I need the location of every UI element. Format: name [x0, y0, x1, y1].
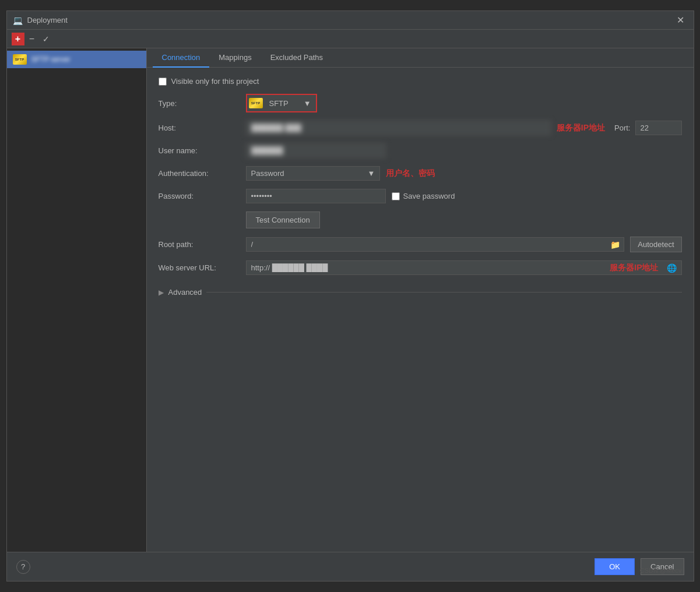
window-title: Deployment: [27, 16, 68, 24]
close-button[interactable]: ✕: [673, 13, 688, 27]
save-password-checkbox[interactable]: [392, 192, 400, 200]
watermark: CSDN @Mecv: [640, 567, 682, 574]
host-row: Host: 服务器IP地址 Port:: [159, 121, 682, 135]
root-path-label: Root path:: [159, 240, 246, 249]
password-input[interactable]: [246, 189, 386, 203]
username-label: User name:: [159, 146, 246, 155]
auth-select[interactable]: Password Key pair OpenSSH config and aut…: [247, 167, 363, 180]
ok-button[interactable]: OK: [595, 558, 635, 575]
autodetect-button[interactable]: Autodetect: [630, 237, 681, 252]
username-input[interactable]: [246, 143, 386, 158]
test-connection-row: Test Connection: [159, 212, 682, 237]
globe-icon[interactable]: 🌐: [662, 262, 681, 274]
password-label: Password:: [159, 192, 246, 200]
web-url-input-container: 服务器IP地址 🌐: [246, 260, 682, 275]
root-path-input-container: 📁: [246, 237, 625, 252]
main-area: SFTP SFTP server Connection Mappings Exc…: [7, 48, 694, 552]
save-password-row: Save password: [392, 192, 455, 200]
auth-annotation: 用户名、密码: [386, 168, 435, 179]
root-path-input[interactable]: [247, 238, 607, 251]
form-area: Visible only for this project Type: SFTP…: [147, 68, 694, 552]
root-path-row: Root path: 📁 Autodetect: [159, 237, 682, 252]
sidebar: SFTP SFTP server: [7, 48, 147, 552]
type-select-container: SFTP SFTP ▼: [246, 94, 317, 112]
test-connection-button[interactable]: Test Connection: [246, 212, 320, 228]
sftp-icon: SFTP: [13, 54, 27, 65]
confirm-button[interactable]: ✓: [40, 33, 52, 45]
sidebar-item-sftp[interactable]: SFTP SFTP server: [7, 51, 146, 68]
sftp-type-icon: SFTP: [247, 95, 265, 111]
deployment-dialog: 💻 Deployment ✕ + − ✓ SFTP SFTP server Co…: [6, 10, 694, 582]
visible-only-checkbox[interactable]: [159, 77, 167, 86]
remove-button[interactable]: −: [26, 33, 38, 45]
content-area: Connection Mappings Excluded Paths Visib…: [147, 48, 694, 552]
tabs-bar: Connection Mappings Excluded Paths: [147, 48, 694, 68]
title-bar-left: 💻 Deployment: [13, 16, 68, 25]
visible-only-row: Visible only for this project: [159, 77, 682, 86]
advanced-label[interactable]: Advanced: [168, 288, 202, 297]
advanced-divider: [206, 292, 681, 293]
host-label: Host:: [159, 124, 246, 132]
web-url-row: Web server URL: 服务器IP地址 🌐: [159, 260, 682, 275]
add-button[interactable]: +: [12, 33, 24, 45]
visible-only-label[interactable]: Visible only for this project: [171, 77, 259, 86]
bottom-left: ?: [16, 560, 30, 574]
type-value: SFTP: [265, 97, 293, 110]
auth-dropdown-icon: ▼: [363, 167, 380, 180]
bottom-bar: ? OK Cancel: [7, 552, 694, 581]
advanced-arrow-icon[interactable]: ▶: [159, 288, 164, 297]
host-annotation: 服务器IP地址: [557, 123, 605, 133]
auth-select-container: Password Key pair OpenSSH config and aut…: [246, 166, 381, 181]
app-icon: 💻: [13, 16, 23, 25]
advanced-row: ▶ Advanced: [159, 283, 682, 301]
tab-excluded-paths[interactable]: Excluded Paths: [261, 48, 332, 68]
title-bar: 💻 Deployment ✕: [7, 11, 694, 30]
port-input[interactable]: [635, 121, 682, 135]
toolbar: + − ✓: [7, 30, 694, 48]
auth-row: Authentication: Password Key pair OpenSS…: [159, 166, 682, 181]
folder-icon[interactable]: 📁: [607, 239, 624, 251]
type-dropdown-arrow[interactable]: ▼: [299, 97, 316, 110]
type-label: Type:: [159, 99, 246, 108]
tab-mappings[interactable]: Mappings: [209, 48, 261, 68]
web-url-label: Web server URL:: [159, 263, 246, 272]
username-row: User name:: [159, 143, 682, 158]
tab-connection[interactable]: Connection: [153, 48, 210, 68]
help-button[interactable]: ?: [16, 560, 30, 574]
password-row: Password: Save password: [159, 189, 682, 203]
port-label: Port:: [614, 124, 630, 132]
save-password-label[interactable]: Save password: [403, 192, 455, 200]
sidebar-item-label: SFTP server: [31, 55, 71, 64]
auth-label: Authentication:: [159, 169, 246, 178]
host-input[interactable]: [246, 121, 551, 135]
web-url-input[interactable]: [247, 261, 604, 274]
type-select[interactable]: [293, 99, 299, 108]
type-row: Type: SFTP SFTP ▼: [159, 94, 682, 112]
web-url-annotation: 服务器IP地址: [610, 263, 658, 273]
